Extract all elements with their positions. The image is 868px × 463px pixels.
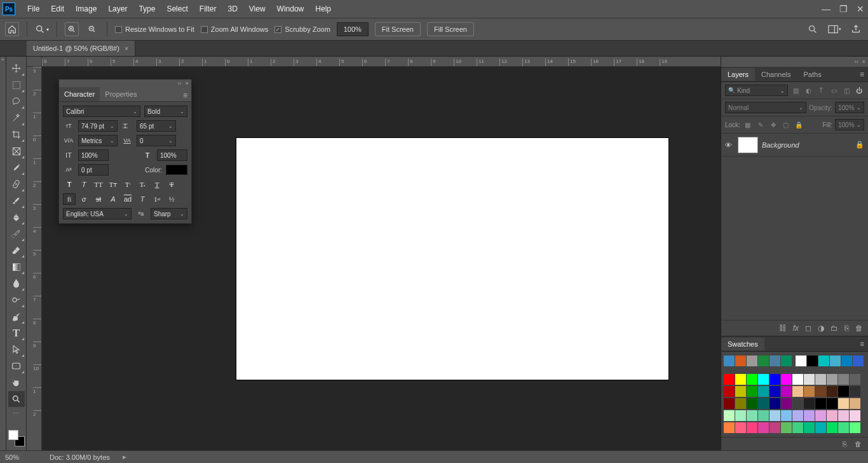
filter-shape-icon[interactable]: ▭: [829, 85, 839, 95]
all-caps-button[interactable]: TT: [92, 179, 105, 190]
swatch[interactable]: [758, 422, 769, 433]
dock-collapse-icon[interactable]: ‹‹: [855, 59, 858, 65]
lock-transparency-icon[interactable]: ▦: [743, 120, 753, 130]
zoom-tool[interactable]: [8, 391, 25, 407]
swatch[interactable]: [770, 398, 780, 409]
swatch[interactable]: [747, 410, 757, 421]
edit-toolbar-icon[interactable]: ⋯: [8, 408, 25, 419]
filter-pixel-icon[interactable]: ▧: [790, 85, 801, 95]
layers-tab[interactable]: Layers: [721, 68, 755, 81]
swatch[interactable]: [735, 398, 746, 409]
swatch[interactable]: [770, 386, 780, 397]
ordinals-button[interactable]: 1st: [151, 193, 163, 205]
swatch[interactable]: [815, 410, 826, 421]
swatch[interactable]: [724, 410, 735, 421]
rectangle-tool[interactable]: [8, 358, 25, 374]
faux-italic-button[interactable]: T: [78, 179, 90, 190]
dock-close-icon[interactable]: ×: [862, 59, 865, 65]
status-flyout-icon[interactable]: ▸: [123, 453, 126, 461]
swatch[interactable]: [758, 356, 769, 366]
baseline-shift-field[interactable]: 0 pt: [78, 164, 109, 176]
swatch[interactable]: [770, 374, 780, 385]
tracking-field[interactable]: 0⌄: [137, 135, 176, 146]
swatch[interactable]: [781, 410, 792, 421]
lock-all-icon[interactable]: 🔒: [794, 120, 804, 130]
new-swatch-icon[interactable]: ⎘: [843, 440, 847, 448]
path-selection-tool[interactable]: [8, 342, 25, 357]
swatch[interactable]: [838, 374, 849, 385]
fractions-button[interactable]: ½: [165, 193, 178, 205]
kerning-field[interactable]: Metrics⌄: [78, 135, 118, 146]
layer-fx-icon[interactable]: fx: [793, 324, 799, 333]
healing-brush-tool[interactable]: [8, 176, 25, 192]
menu-type[interactable]: Type: [133, 2, 161, 16]
paths-tab[interactable]: Paths: [797, 68, 828, 81]
strikethrough-button[interactable]: T: [165, 179, 178, 190]
swatch[interactable]: [770, 422, 780, 433]
zoom-out-icon[interactable]: [85, 22, 99, 36]
pen-tool[interactable]: [8, 308, 25, 324]
swatch[interactable]: [815, 374, 826, 385]
status-doc-info[interactable]: Doc: 3.00M/0 bytes: [50, 453, 110, 461]
swatch[interactable]: [827, 422, 837, 433]
filter-type-icon[interactable]: T: [816, 85, 826, 95]
filter-adjustment-icon[interactable]: ◐: [803, 85, 813, 95]
swatch[interactable]: [758, 386, 769, 397]
blur-tool[interactable]: [8, 275, 25, 291]
layer-name[interactable]: Background: [762, 141, 851, 149]
lock-artboard-icon[interactable]: ▢: [781, 120, 791, 130]
panel-collapse-icon[interactable]: ‹‹: [178, 80, 182, 86]
maximize-icon[interactable]: ❐: [839, 4, 848, 14]
swatch[interactable]: [724, 356, 735, 366]
swatch[interactable]: [758, 410, 769, 421]
titling-alt-button[interactable]: T: [136, 193, 149, 205]
document-tab-close-icon[interactable]: ×: [125, 45, 128, 52]
swatch[interactable]: [747, 386, 757, 397]
marquee-tool[interactable]: [8, 77, 25, 93]
superscript-button[interactable]: T¹: [121, 179, 134, 190]
swatch[interactable]: [724, 422, 735, 433]
type-tool[interactable]: T: [8, 325, 25, 341]
swatch[interactable]: [838, 398, 849, 409]
swatch[interactable]: [758, 374, 769, 385]
underline-button[interactable]: T: [151, 179, 163, 190]
document-tab[interactable]: Untitled-1 @ 50% (RGB/8#) ×: [27, 40, 135, 56]
layers-panel-menu-icon[interactable]: ≡: [860, 70, 864, 79]
crop-tool[interactable]: [8, 127, 25, 142]
swatch[interactable]: [781, 374, 792, 385]
vertical-ruler[interactable]: 32101234567891012: [27, 67, 42, 450]
swatch[interactable]: [724, 386, 735, 397]
menu-filter[interactable]: Filter: [194, 2, 222, 16]
menu-edit[interactable]: Edit: [45, 2, 70, 16]
horizontal-scale-field[interactable]: 100%: [157, 149, 187, 161]
swatch[interactable]: [747, 356, 757, 366]
discretionary-lig-button[interactable]: st: [92, 193, 105, 205]
swatch[interactable]: [781, 422, 792, 433]
swatch[interactable]: [747, 398, 757, 409]
swatch[interactable]: [838, 410, 849, 421]
layer-lock-icon[interactable]: 🔒: [855, 141, 864, 149]
hand-tool[interactable]: [8, 375, 25, 390]
font-size-field[interactable]: 74.79 pt⌄: [78, 120, 118, 132]
status-zoom[interactable]: 50%: [5, 453, 37, 461]
swatch[interactable]: [853, 356, 864, 366]
magic-wand-tool[interactable]: [8, 110, 25, 126]
layer-row-background[interactable]: 👁 Background 🔒: [721, 134, 868, 156]
swatch[interactable]: [747, 374, 757, 385]
swatch[interactable]: [830, 356, 841, 366]
tool-preset-icon[interactable]: ▾: [35, 22, 49, 36]
panel-collapse-gutter[interactable]: [0, 57, 6, 450]
ruler-origin[interactable]: [27, 57, 42, 67]
brush-tool[interactable]: [8, 193, 25, 209]
font-style-select[interactable]: Bold⌄: [144, 106, 187, 117]
properties-tab[interactable]: Properties: [100, 87, 142, 101]
swatches-panel-menu-icon[interactable]: ≡: [860, 340, 864, 349]
layer-filter-kind-select[interactable]: 🔍Kind⌄: [725, 85, 788, 96]
panel-close-icon[interactable]: ×: [186, 80, 189, 86]
character-tab[interactable]: Character: [59, 87, 100, 101]
fit-screen-button[interactable]: Fit Screen: [375, 22, 421, 36]
swatch[interactable]: [792, 374, 803, 385]
swatch[interactable]: [827, 374, 837, 385]
swatch[interactable]: [735, 422, 746, 433]
resize-windows-checkbox[interactable]: Resize Windows to Fit: [115, 25, 194, 33]
